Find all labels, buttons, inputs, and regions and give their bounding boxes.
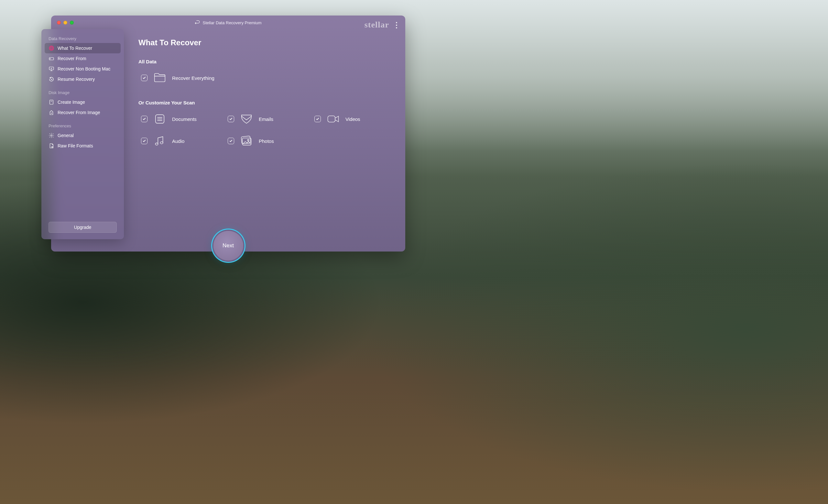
recover-image-icon <box>48 109 54 116</box>
checkbox-videos[interactable] <box>315 116 321 122</box>
photos-icon <box>240 135 253 147</box>
sidebar-item-label: Recover From Image <box>57 110 100 115</box>
sidebar: Data Recovery What To Recover Recover Fr… <box>41 29 124 239</box>
brand-logo: stellar <box>365 20 389 30</box>
page-title: What To Recover <box>138 38 399 47</box>
titlebar: Stellar Data Recovery Premium stellar <box>51 15 405 30</box>
sidebar-item-raw-file-formats[interactable]: Raw File Formats <box>45 141 121 151</box>
close-window-button[interactable] <box>57 21 61 25</box>
drive-icon <box>48 56 54 61</box>
resume-icon <box>48 76 54 82</box>
option-label: Videos <box>345 117 360 122</box>
sidebar-item-recover-from[interactable]: Recover From <box>45 53 121 64</box>
sidebar-item-recover-non-booting[interactable]: Recover Non Booting Mac <box>45 64 121 74</box>
target-icon <box>48 45 54 51</box>
gear-icon <box>48 133 54 138</box>
sidebar-item-label: Recover From <box>57 56 86 61</box>
option-recover-everything[interactable]: Recover Everything <box>141 72 303 84</box>
svg-rect-14 <box>241 136 251 144</box>
checkbox-audio[interactable] <box>141 138 148 144</box>
sidebar-item-label: Recover Non Booting Mac <box>57 66 110 72</box>
sidebar-group-label: Preferences <box>45 121 121 130</box>
sidebar-item-recover-from-image[interactable]: Recover From Image <box>45 107 121 118</box>
svg-rect-6 <box>50 100 53 104</box>
svg-rect-13 <box>242 138 251 145</box>
sidebar-item-what-to-recover[interactable]: What To Recover <box>45 43 121 53</box>
svg-point-4 <box>50 58 51 59</box>
app-window: Stellar Data Recovery Premium stellar Da… <box>51 15 405 251</box>
upgrade-button[interactable]: Upgrade <box>48 222 117 233</box>
sidebar-item-label: General <box>57 133 74 138</box>
svg-point-15 <box>247 139 249 141</box>
sidebar-item-resume-recovery[interactable]: Resume Recovery <box>45 74 121 84</box>
svg-point-12 <box>160 142 163 144</box>
option-videos[interactable]: Videos <box>315 112 395 126</box>
monitor-icon <box>48 66 54 72</box>
option-photos[interactable]: Photos <box>228 135 308 147</box>
traffic-lights <box>57 21 74 25</box>
window-title: Stellar Data Recovery Premium <box>203 20 261 25</box>
more-menu-button[interactable] <box>394 21 400 29</box>
checkbox-documents[interactable] <box>141 116 148 122</box>
option-label: Photos <box>259 138 274 144</box>
option-documents[interactable]: Documents <box>141 112 222 126</box>
checkbox-photos[interactable] <box>228 138 234 144</box>
option-label: Audio <box>172 138 184 144</box>
fullscreen-window-button[interactable] <box>70 21 74 25</box>
svg-rect-10 <box>328 116 335 122</box>
minimize-window-button[interactable] <box>64 21 67 25</box>
checkbox-emails[interactable] <box>228 116 234 122</box>
create-image-icon <box>48 99 54 105</box>
documents-icon <box>153 112 166 126</box>
sidebar-group-label: Data Recovery <box>45 34 121 43</box>
sidebar-item-label: Create Image <box>57 100 85 105</box>
sidebar-item-label: What To Recover <box>57 46 92 51</box>
svg-point-2 <box>51 48 52 48</box>
svg-point-8 <box>51 146 53 148</box>
next-button-label: Next <box>222 242 234 249</box>
checkbox-recover-everything[interactable] <box>141 75 148 81</box>
sidebar-item-general[interactable]: General <box>45 130 121 141</box>
section-all-data-label: All Data <box>138 59 399 64</box>
sidebar-item-label: Resume Recovery <box>57 77 95 82</box>
option-label: Emails <box>259 117 273 122</box>
back-icon[interactable] <box>195 20 200 26</box>
emails-icon <box>240 112 253 126</box>
videos-icon <box>327 112 340 126</box>
svg-point-7 <box>51 135 52 136</box>
option-audio[interactable]: Audio <box>141 135 222 147</box>
option-label: Recover Everything <box>172 75 214 81</box>
svg-point-11 <box>155 143 158 145</box>
option-emails[interactable]: Emails <box>228 112 308 126</box>
audio-icon <box>153 135 166 147</box>
next-button[interactable]: Next <box>213 231 243 261</box>
sidebar-item-create-image[interactable]: Create Image <box>45 97 121 107</box>
raw-file-icon <box>48 143 54 149</box>
sidebar-group-label: Disk Image <box>45 88 121 97</box>
sidebar-item-label: Raw File Formats <box>57 143 93 148</box>
option-label: Documents <box>172 117 197 122</box>
section-customize-label: Or Customize Your Scan <box>138 100 399 105</box>
main-content: What To Recover All Data Recover Everyth… <box>138 38 399 245</box>
folder-icon <box>153 72 166 84</box>
